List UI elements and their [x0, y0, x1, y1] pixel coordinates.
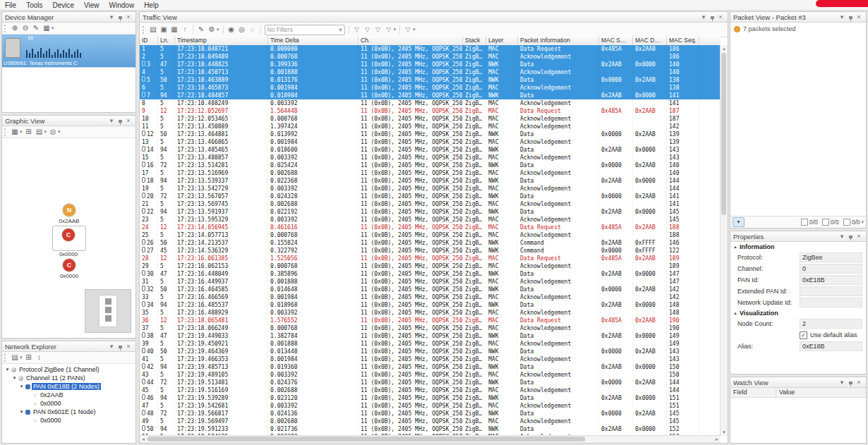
traffic-row[interactable]: 10517:23:12.0534650.00076811 (0x0B), 240… — [140, 115, 721, 123]
chevron-down-icon[interactable]: ▾ — [413, 27, 416, 32]
tree-item[interactable]: ▾Protocol ZigBee (1 Channel) — [2, 365, 135, 374]
network-node[interactable]: N — [63, 204, 76, 217]
traffic-row[interactable]: 304717:23:16.4480490.38589611 (0x0B), 24… — [140, 270, 721, 278]
device-item[interactable]: 16 USB9061: Texas Instruments C — [2, 35, 135, 68]
menu-item-view[interactable]: View — [79, 1, 104, 9]
remove-device-icon[interactable]: ⊖ — [21, 23, 30, 33]
traffic-row[interactable]: 8517:23:10.4882490.00339211 (0x0B), 2405… — [140, 99, 721, 107]
pin-icon[interactable] — [708, 13, 716, 21]
column-header[interactable]: ID — [140, 36, 158, 45]
traffic-row[interactable]: 25517:23:14.0577130.00076811 (0x0B), 240… — [140, 231, 721, 239]
pin-icon[interactable] — [116, 116, 124, 125]
expand-all-icon[interactable]: ⊞ — [25, 353, 33, 362]
traffic-view-titlebar[interactable]: Traffic View ▾ × — [140, 12, 728, 23]
toolbar-grip[interactable] — [4, 25, 7, 32]
pin-icon[interactable] — [846, 232, 855, 240]
traffic-row[interactable]: 2517:23:10.0494890.00076811 (0x0B), 2405… — [140, 53, 721, 61]
scroll-down-icon[interactable]: ▾ — [721, 429, 728, 436]
settings-icon[interactable]: ⚙ — [207, 25, 216, 35]
pin-icon[interactable] — [846, 13, 855, 21]
network-explorer-titlebar[interactable]: Network Explorer ▾ × — [2, 341, 135, 352]
traffic-row[interactable]: 509417:23:19.5912330.02173611 (0x0B), 24… — [140, 425, 721, 433]
filter-advanced-icon[interactable]: ▽ — [404, 25, 412, 35]
network-node[interactable]: C — [62, 228, 75, 241]
use-default-alias-checkbox[interactable]: ✓ — [800, 331, 807, 339]
column-header[interactable]: Stack — [463, 36, 486, 45]
vertical-scrollbar[interactable]: ▴ ▾ — [720, 45, 728, 436]
style-icon[interactable]: ◎ — [49, 127, 57, 137]
properties-titlebar[interactable]: Properties ▾ × — [730, 231, 866, 242]
device-manager-titlebar[interactable]: Device Manager ▾ × — [2, 12, 135, 23]
chevron-down-icon[interactable]: ▾ — [107, 13, 116, 21]
tree-caret-icon[interactable]: ▾ — [4, 367, 11, 372]
chevron-down-icon[interactable]: ▾ — [20, 129, 23, 135]
property-value-field[interactable]: 0xE18B — [800, 341, 862, 351]
traffic-row[interactable]: 405017:23:19.4643690.01344811 (0x0B), 24… — [140, 348, 721, 355]
tree-caret-icon[interactable]: ▾ — [18, 409, 25, 415]
graphic-view-titlebar[interactable]: Graphic View ▾ × — [2, 116, 135, 126]
filter-select[interactable]: No Filters ▾ — [265, 25, 345, 35]
traffic-row[interactable]: 4517:23:10.4507130.00188811 (0x0B), 2405… — [140, 68, 721, 76]
traffic-row[interactable]: 207217:23:13.5670570.02432811 (0x0B), 24… — [140, 193, 721, 200]
add-device-icon[interactable]: ⊕ — [11, 23, 19, 33]
chevron-down-icon[interactable]: ▾ — [20, 355, 23, 360]
scrollbar-thumb[interactable] — [721, 53, 726, 215]
traffic-row[interactable]: 149417:23:13.4854650.01860011 (0x0B), 24… — [140, 146, 721, 154]
close-icon[interactable]: × — [124, 116, 133, 125]
horizontal-scrollbar[interactable]: ◂ ▸ — [140, 435, 721, 443]
traffic-row[interactable]: 241217:23:14.0569450.46161611 (0x0B), 24… — [140, 224, 721, 231]
column-header[interactable]: Time Delta — [268, 36, 358, 45]
column-header[interactable]: Layer — [486, 36, 518, 45]
chevron-down-icon[interactable]: ▾ — [699, 13, 708, 21]
chevron-down-icon[interactable]: ▾ — [44, 129, 47, 135]
zoom-icon[interactable]: ⊞ — [25, 127, 33, 137]
column-header[interactable]: Ch. — [358, 36, 463, 45]
traffic-row[interactable]: 41517:23:19.4663530.00198411 (0x0B), 240… — [140, 355, 721, 363]
close-icon[interactable]: × — [124, 13, 133, 21]
layout-icon[interactable]: ▦ — [11, 127, 19, 137]
chevron-down-icon[interactable]: ▾ — [838, 378, 846, 386]
chevron-down-icon[interactable]: ▾ — [107, 116, 116, 125]
traffic-row[interactable]: 487217:23:19.5668170.02413611 (0x0B), 24… — [140, 410, 721, 417]
pin-icon[interactable] — [846, 378, 855, 386]
traffic-row[interactable]: 229417:23:13.5919370.02219211 (0x0B), 24… — [140, 208, 721, 216]
traffic-row[interactable]: 265017:23:14.2135370.15582411 (0x0B), 24… — [140, 239, 721, 247]
open-capture-icon[interactable]: ▣ — [159, 25, 168, 35]
traffic-row[interactable]: 29517:23:16.0621530.00076811 (0x0B), 240… — [140, 262, 721, 270]
edit-device-icon[interactable]: ✎ — [32, 23, 40, 33]
scrollbar-thumb[interactable] — [147, 437, 585, 441]
menu-item-help[interactable]: Help — [139, 1, 164, 9]
menu-item-tools[interactable]: Tools — [21, 1, 47, 9]
close-icon[interactable]: × — [855, 232, 863, 240]
tree-item[interactable]: ▾PAN 0x601E (1 Node) — [2, 408, 135, 416]
traffic-row[interactable]: 17517:23:13.5169690.00268811 (0x0B), 240… — [140, 169, 721, 177]
comment-add-icon[interactable]: ◉ — [227, 25, 236, 35]
column-header[interactable]: Packet Information — [518, 36, 599, 45]
annotate-icon[interactable]: ✎ — [197, 25, 205, 35]
traffic-row[interactable]: 384717:23:19.4490331.38278411 (0x0B), 24… — [140, 332, 721, 340]
toolbar-grip[interactable] — [143, 26, 145, 34]
tree-item[interactable]: ○0x2AAB — [2, 391, 135, 399]
column-header[interactable]: Timestamp — [175, 36, 268, 45]
traffic-row[interactable]: 167217:23:13.5142810.02542411 (0x0B), 24… — [140, 161, 721, 169]
menu-item-window[interactable]: Window — [104, 1, 140, 9]
save-capture-icon[interactable]: ▦ — [170, 25, 179, 35]
traffic-row[interactable]: 37517:23:18.0662490.00076811 (0x0B), 240… — [140, 324, 721, 332]
traffic-row[interactable]: 15517:23:13.4888570.00339211 (0x0B), 240… — [140, 154, 721, 161]
traffic-row[interactable]: 349417:23:16.4855370.01896811 (0x0B), 24… — [140, 301, 721, 309]
property-value-field[interactable]: 0 — [800, 264, 862, 274]
traffic-row[interactable]: 43517:23:19.4891050.00339211 (0x0B), 240… — [140, 371, 721, 379]
traffic-row[interactable]: 1517:23:10.0487210.00000011 (0x0B), 2405… — [140, 45, 721, 53]
menu-item-device[interactable]: Device — [47, 1, 79, 9]
traffic-row[interactable]: 325017:23:16.4645850.01464811 (0x0B), 24… — [140, 286, 721, 293]
toolbar-grip[interactable] — [4, 354, 7, 362]
decode-dropdown[interactable]: ▾ — [733, 217, 745, 227]
traffic-row[interactable]: 45517:23:19.5161690.00268811 (0x0B), 240… — [140, 386, 721, 394]
export-icon[interactable]: ↑ — [181, 25, 189, 35]
traffic-table-header[interactable]: IDLn.TimestampTime DeltaCh.StackLayerPac… — [140, 36, 721, 46]
topology-canvas[interactable]: N 0x2AAB C 0x0000 C 0x0000 — [2, 138, 135, 339]
property-value-field[interactable] — [800, 298, 862, 307]
traffic-row[interactable]: 125017:23:13.4648810.01399211 (0x0B), 24… — [140, 130, 721, 138]
chevron-down-icon[interactable]: ▾ — [107, 342, 116, 350]
comment-prev-icon[interactable]: ◎ — [238, 25, 246, 35]
